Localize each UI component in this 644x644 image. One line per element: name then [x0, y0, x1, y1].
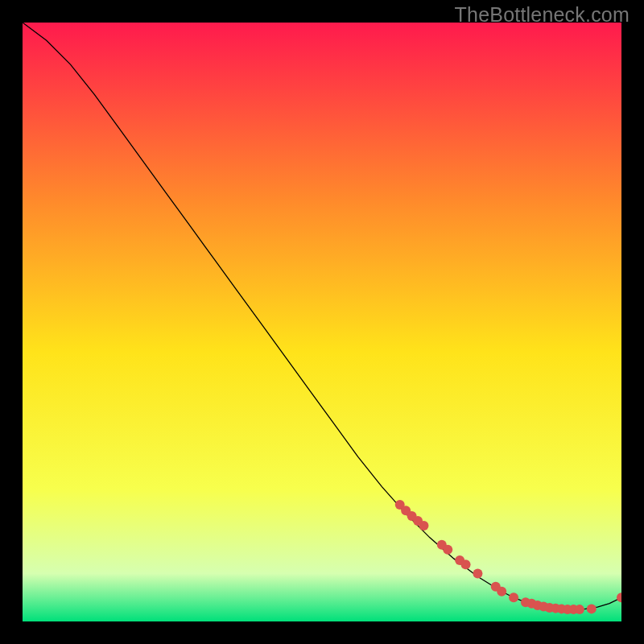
sample-point: [497, 587, 506, 597]
chart-frame: TheBottleneck.com: [0, 0, 644, 644]
sample-point: [443, 545, 452, 555]
sample-point: [575, 605, 584, 614]
sample-point: [461, 559, 471, 569]
sample-point: [587, 604, 597, 613]
chart-background: [23, 23, 621, 621]
chart-svg: [23, 23, 621, 621]
sample-point: [419, 521, 428, 530]
chart-plot: [23, 23, 621, 621]
sample-point: [509, 592, 518, 602]
sample-point: [473, 568, 482, 578]
